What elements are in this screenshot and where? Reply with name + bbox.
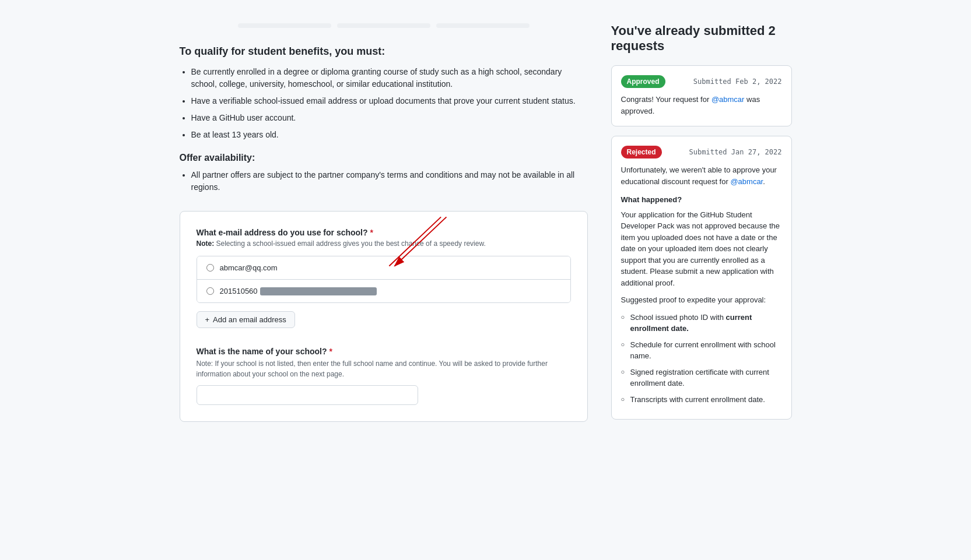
approved-badge: Approved [621,75,665,88]
approved-message-text: Congrats! Your request for [621,95,711,104]
add-email-button[interactable]: + Add an email address [197,311,295,328]
what-happened-label: What happened? [621,194,782,206]
suggestion-text-2: Schedule for current enrollment with sch… [630,340,776,361]
school-note-text: If your school is not listed, then enter… [197,360,548,378]
add-email-label: Add an email address [213,315,286,324]
form-card: What e-mail address do you use for schoo… [180,211,588,422]
school-note: Note: If your school is not listed, then… [197,358,571,379]
suggestion-item-3: Signed registration certificate with cur… [621,367,782,389]
rejected-body: Your application for the GitHub Student … [621,209,782,289]
offer-list: All partner offers are subject to the pa… [191,169,588,193]
qualify-item-4: Be at least 13 years old. [191,129,588,141]
email-note: Note: Selecting a school-issued email ad… [197,240,571,248]
email-options-group: abmcar@qq.com 201510560 [197,256,571,303]
request-card-approved: Approved Submitted Feb 2, 2022 Congrats!… [611,65,792,126]
suggestion-text-4: Transcripts with current enrollment date… [630,395,765,404]
suggested-label: Suggested proof to expedite your approva… [621,294,782,306]
email-required-star: * [370,228,373,237]
suggestion-item-1: School issued photo ID with current enro… [621,312,782,334]
approved-submitted-date: Submitted Feb 2, 2022 [693,78,782,86]
tab-placeholder-1 [238,23,331,28]
email-note-text: Selecting a school-issued email address … [216,240,486,248]
suggestion-item-4: Transcripts with current enrollment date… [621,394,782,406]
email-redacted-2 [260,287,377,295]
school-note-bold: Note: [197,360,213,368]
email-field-label: What e-mail address do you use for schoo… [197,228,571,237]
rejected-username[interactable]: @abmcar [730,177,763,186]
email-note-bold: Note: [197,240,215,248]
request-card-rejected-header: Rejected Submitted Jan 27, 2022 [621,146,782,159]
rejected-submitted-date: Submitted Jan 27, 2022 [689,148,782,156]
qualify-item-1: Be currently enrolled in a degree or dip… [191,66,588,90]
suggestion-text-3: Signed registration certificate with cur… [630,368,769,388]
email-text-2: 201510560 [220,287,258,295]
approved-username[interactable]: @abmcar [711,95,745,104]
email-option-2[interactable]: 201510560 [197,280,570,302]
email-option-1[interactable]: abmcar@qq.com [197,256,570,280]
sidebar: You've already submitted 2 requests Appr… [611,23,792,537]
qualify-item-3: Have a GitHub user account. [191,112,588,124]
school-field-label: What is the name of your school? * [197,347,571,356]
qualify-list: Be currently enrolled in a degree or dip… [191,66,588,141]
suggestion-text-1: School issued photo ID with [630,313,726,322]
tab-placeholder-3 [436,23,530,28]
rejected-message: Unfortunately, we weren't able to approv… [621,164,782,187]
school-required-star: * [329,347,332,356]
email-radio-2[interactable] [206,287,214,295]
qualify-item-2: Have a verifiable school-issued email ad… [191,95,588,107]
approved-message: Congrats! Your request for @abmcar was a… [621,94,782,117]
request-card-approved-header: Approved Submitted Feb 2, 2022 [621,75,782,88]
offer-item-1: All partner offers are subject to the pa… [191,169,588,193]
qualify-section: To qualify for student benefits, you mus… [180,45,588,193]
school-input[interactable] [197,385,418,405]
suggestion-item-2: Schedule for current enrollment with sch… [621,339,782,362]
tab-placeholder-2 [337,23,430,28]
rejected-message-end: . [763,177,765,186]
rejected-badge: Rejected [621,146,662,159]
top-tabs-area [180,23,588,28]
main-content: To qualify for student benefits, you mus… [180,23,588,537]
suggestion-list: School issued photo ID with current enro… [621,312,782,406]
email-text-1: abmcar@qq.com [220,263,278,272]
offer-title: Offer availability: [180,153,588,163]
add-email-plus-icon: + [205,315,210,324]
email-radio-1[interactable] [206,264,214,272]
qualify-title: To qualify for student benefits, you mus… [180,45,588,58]
sidebar-title: You've already submitted 2 requests [611,23,792,54]
request-card-rejected: Rejected Submitted Jan 27, 2022 Unfortun… [611,136,792,420]
